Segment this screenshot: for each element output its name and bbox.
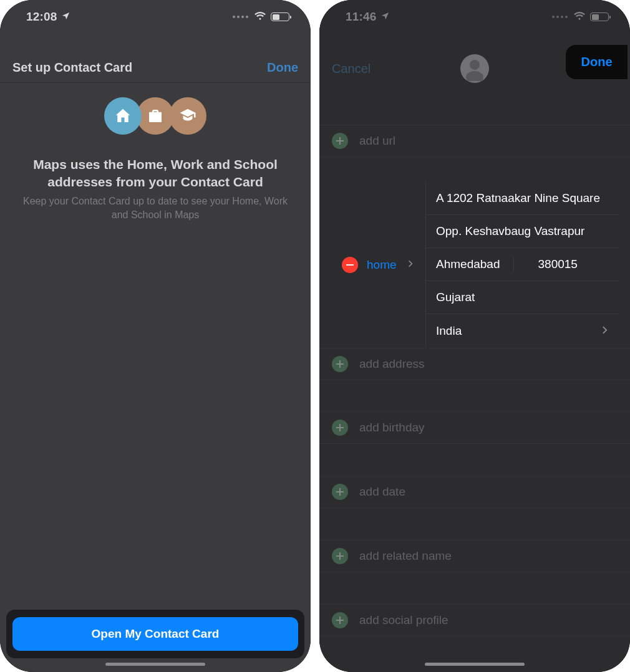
subline-text: Keep your Contact Card up to date to see… xyxy=(22,194,288,223)
address-label[interactable]: home xyxy=(367,258,397,272)
status-bar: 11:46 xyxy=(319,0,630,34)
status-time: 12:08 xyxy=(26,10,57,24)
status-bar: 12:08 xyxy=(0,0,311,34)
school-icon xyxy=(169,97,206,135)
done-button[interactable]: Done xyxy=(267,60,298,75)
home-indicator[interactable] xyxy=(105,663,205,666)
cellular-dots-icon xyxy=(233,16,248,18)
highlight-done: Done xyxy=(566,45,628,79)
home-address-card: home A 1202 Ratnaakar Nine Square Opp. K… xyxy=(331,182,619,347)
address-city[interactable]: Ahmedabad xyxy=(436,257,514,271)
highlight-open-card: Open My Contact Card xyxy=(6,610,304,658)
wifi-icon xyxy=(254,9,266,25)
home-indicator[interactable] xyxy=(425,663,525,666)
row-label: add birthday xyxy=(359,421,425,434)
address-country[interactable]: India xyxy=(426,314,619,347)
home-icon xyxy=(104,97,142,135)
row-label: add social profile xyxy=(359,613,448,627)
row-label: add related name xyxy=(359,549,452,563)
chevron-right-icon xyxy=(408,259,413,271)
done-button[interactable]: Done xyxy=(581,55,613,69)
add-address-row[interactable]: add address xyxy=(319,348,630,380)
add-birthday-row[interactable]: add birthday xyxy=(319,411,630,444)
add-date-row[interactable]: add date xyxy=(319,476,630,508)
plus-icon xyxy=(332,548,348,564)
plus-icon xyxy=(332,484,348,500)
row-label: add address xyxy=(359,357,425,371)
address-city-postal[interactable]: Ahmedabad 380015 xyxy=(426,248,619,281)
avatar[interactable] xyxy=(460,54,489,83)
battery-icon xyxy=(271,12,289,21)
row-label: add url xyxy=(359,134,395,148)
open-contact-card-button[interactable]: Open My Contact Card xyxy=(12,617,298,651)
icon-row xyxy=(0,97,311,135)
svg-point-1 xyxy=(466,71,483,81)
edit-contact-screen: 11:46 Cancel add url xyxy=(319,0,630,672)
delete-icon[interactable] xyxy=(342,257,358,273)
location-icon xyxy=(61,10,70,24)
nav-bar: Set up Contact Card Done xyxy=(0,53,311,83)
cellular-dots-icon xyxy=(552,16,568,18)
location-icon xyxy=(380,10,390,24)
address-postal[interactable]: 380015 xyxy=(538,257,608,271)
plus-icon xyxy=(332,612,348,628)
wifi-icon xyxy=(573,9,586,25)
add-social-profile-row[interactable]: add social profile xyxy=(319,604,630,636)
address-state[interactable]: Gujarat xyxy=(426,281,619,314)
page-title: Set up Contact Card xyxy=(12,60,132,75)
plus-icon xyxy=(332,420,348,436)
status-time: 11:46 xyxy=(346,10,377,24)
add-related-name-row[interactable]: add related name xyxy=(319,540,630,572)
chevron-right-icon xyxy=(602,324,608,338)
headline-text: Maps uses the Home, Work and School addr… xyxy=(19,156,292,191)
address-street-1[interactable]: A 1202 Ratnaakar Nine Square xyxy=(426,182,619,215)
plus-icon xyxy=(332,133,348,149)
cancel-button[interactable]: Cancel xyxy=(332,62,371,76)
plus-icon xyxy=(332,356,348,372)
add-url-row[interactable]: add url xyxy=(319,125,630,157)
maps-setup-screen: 12:08 Set up Contact Card Done Maps uses… xyxy=(0,0,311,672)
row-label: add date xyxy=(359,485,405,499)
work-icon xyxy=(137,97,174,135)
address-street-2[interactable]: Opp. Keshavbaug Vastrapur xyxy=(426,215,619,248)
battery-icon xyxy=(590,12,609,21)
svg-point-0 xyxy=(470,60,480,70)
